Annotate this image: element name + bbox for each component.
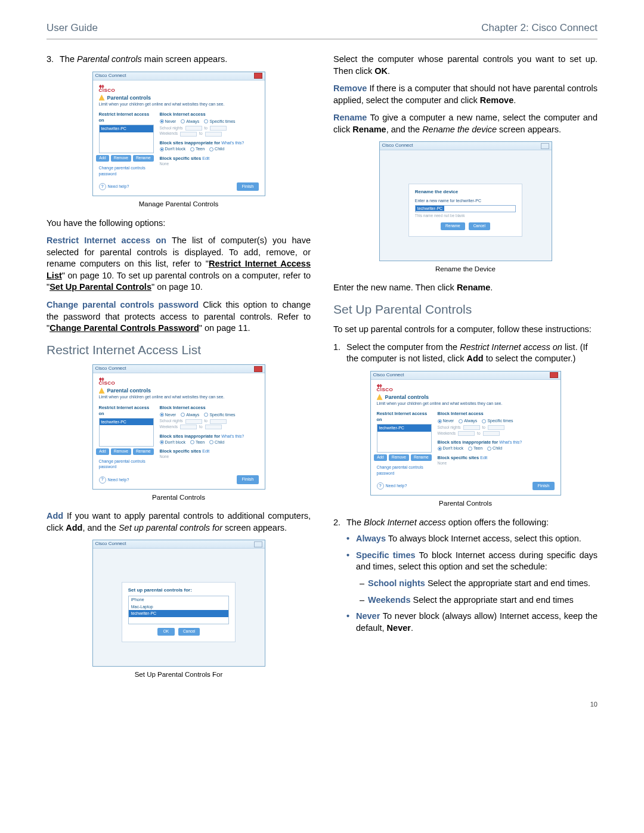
step-3: 3. The Parental controls main screen app… bbox=[47, 54, 311, 66]
right-column: Select the computer whose parental contr… bbox=[333, 54, 597, 688]
close-icon[interactable] bbox=[254, 541, 262, 547]
add-button[interactable]: Add bbox=[96, 448, 109, 455]
figure-setup-for: Cisco Connect Set up parental controls f… bbox=[92, 540, 265, 667]
figure-parental-main: Cisco Connect ·ı|ı·ı|ı· CISCO Parental c… bbox=[92, 72, 265, 197]
add-button[interactable]: Add bbox=[96, 155, 109, 162]
panel-heading: Parental controls bbox=[99, 94, 259, 101]
close-icon[interactable] bbox=[541, 143, 549, 149]
radio-never[interactable]: Never bbox=[160, 412, 177, 417]
cisco-logo: ·ı|ı·ı|ı·CISCO bbox=[99, 377, 259, 386]
radio-always[interactable]: Always bbox=[459, 418, 477, 423]
radio-never[interactable]: Never bbox=[160, 119, 177, 124]
warning-icon bbox=[99, 388, 105, 394]
radio-always[interactable]: Always bbox=[181, 412, 199, 417]
help-icon: ? bbox=[99, 183, 106, 190]
para-restrict: Restrict Internet access on The list of … bbox=[47, 235, 311, 293]
page-header: User Guide Chapter 2: Cisco Connect bbox=[47, 21, 597, 35]
list-item[interactable]: iPhone bbox=[129, 596, 229, 603]
rename-button[interactable]: Rename bbox=[133, 448, 154, 455]
computer-listbox[interactable]: techwriter-PC bbox=[99, 125, 154, 153]
radio-child[interactable]: Child bbox=[209, 146, 224, 151]
warning-icon bbox=[377, 394, 383, 400]
header-right: Chapter 2: Cisco Connect bbox=[481, 21, 597, 35]
remove-button[interactable]: Remove bbox=[111, 448, 131, 455]
device-listbox[interactable]: iPhone Mac-Laptop techwriter-PC bbox=[128, 596, 230, 624]
close-icon[interactable] bbox=[550, 372, 558, 378]
screenshot-parental-main: Cisco Connect ·ı|ı·ı|ı· CISCO Parental c… bbox=[92, 72, 265, 197]
radio-specific[interactable]: Specific times bbox=[204, 412, 235, 417]
cancel-button[interactable]: Cancel bbox=[469, 222, 490, 230]
finish-button[interactable]: Finish bbox=[237, 182, 258, 191]
time-select[interactable] bbox=[180, 132, 197, 137]
computer-listbox[interactable]: techwriter-PC bbox=[99, 418, 154, 447]
setup-intro: To set up parental controls for a comput… bbox=[333, 324, 597, 336]
warning-icon bbox=[99, 95, 105, 101]
link-setup-parental[interactable]: Set Up Parental Controls bbox=[49, 282, 151, 292]
time-select[interactable] bbox=[185, 126, 202, 131]
help-icon: ? bbox=[377, 482, 384, 490]
computer-listbox[interactable]: techwriter-PC bbox=[377, 424, 432, 453]
change-password-link[interactable]: Change parental controls password bbox=[99, 459, 154, 470]
close-icon[interactable] bbox=[254, 73, 262, 79]
section-setup-parental: Set Up Parental Controls bbox=[333, 301, 597, 318]
para-rename: Rename To give a computer a new name, se… bbox=[333, 112, 597, 135]
radio-always[interactable]: Always bbox=[181, 119, 199, 124]
figure-rename-device: Cisco Connect Rename the device Enter a … bbox=[379, 141, 552, 261]
radio-specific[interactable]: Specific times bbox=[204, 119, 235, 124]
remove-button[interactable]: Remove bbox=[389, 454, 409, 461]
change-password-link[interactable]: Change parental controls password bbox=[99, 165, 154, 176]
radio-never[interactable]: Never bbox=[438, 418, 454, 423]
figure-caption: Manage Parental Controls bbox=[47, 200, 311, 209]
radio-specific[interactable]: Specific times bbox=[482, 418, 513, 423]
remove-button[interactable]: Remove bbox=[111, 155, 131, 162]
name-input[interactable]: techwriter-PC bbox=[415, 205, 516, 212]
panel-subtitle: Limit when your children get online and … bbox=[99, 101, 259, 107]
edit-link[interactable]: Edit bbox=[202, 156, 209, 160]
ok-button[interactable]: OK bbox=[157, 628, 175, 636]
restrict-label: Restrict Internet access on bbox=[99, 112, 154, 123]
bullet-specific: • Specific times To block Internet acces… bbox=[333, 550, 597, 573]
list-item[interactable]: techwriter-PC bbox=[129, 610, 229, 617]
figure-parental-controls-3: Cisco Connect ·ı|ı·ı|ı·CISCO Parental co… bbox=[370, 371, 561, 496]
screenshot-parental-2: Cisco Connect ·ı|ı·ı|ı·CISCO Parental co… bbox=[92, 364, 265, 490]
change-password-link[interactable]: Change parental controls password bbox=[377, 465, 432, 476]
link-change-password[interactable]: Change Parental Controls Password bbox=[49, 323, 199, 333]
add-button[interactable]: Add bbox=[374, 454, 387, 461]
para-add: Add If you want to apply parental contro… bbox=[47, 510, 311, 534]
rename-button[interactable]: Rename bbox=[133, 155, 154, 162]
finish-button[interactable]: Finish bbox=[237, 475, 258, 484]
screenshot-rename: Cisco Connect Rename the device Enter a … bbox=[379, 141, 552, 261]
list-item[interactable]: Mac-Laptop bbox=[129, 603, 229, 610]
figure-caption: Rename the Device bbox=[333, 265, 597, 274]
list-item[interactable]: techwriter-PC bbox=[100, 125, 153, 132]
finish-button[interactable]: Finish bbox=[532, 482, 554, 490]
close-icon[interactable] bbox=[254, 366, 262, 372]
para-remove: Remove If there is a computer that shoul… bbox=[333, 83, 597, 106]
time-select[interactable] bbox=[210, 126, 227, 131]
screenshot-parental-3: Cisco Connect ·ı|ı·ı|ı·CISCO Parental co… bbox=[370, 371, 561, 496]
rename-button[interactable]: Rename bbox=[441, 222, 465, 230]
cisco-logo: ·ı|ı·ı|ı·CISCO bbox=[377, 383, 555, 392]
para-select-computer: Select the computer whose parental contr… bbox=[333, 54, 597, 77]
time-select[interactable] bbox=[205, 132, 222, 137]
cancel-button[interactable]: Cancel bbox=[178, 628, 200, 636]
help-link[interactable]: ?Need help? bbox=[99, 183, 129, 190]
dialog-title: Set up parental controls for: bbox=[128, 587, 230, 594]
help-icon: ? bbox=[99, 476, 106, 484]
bullet-always: • Always To always block Internet access… bbox=[333, 533, 597, 545]
radio-dont-block[interactable]: Don't block bbox=[160, 146, 185, 151]
page-number: 10 bbox=[47, 700, 597, 709]
cisco-logo: ·ı|ı·ı|ı· CISCO bbox=[99, 84, 259, 93]
whats-this-link[interactable]: What's this? bbox=[221, 141, 244, 145]
radio-teen[interactable]: Teen bbox=[190, 146, 205, 151]
dash-school: – School nights Select the appropriate s… bbox=[333, 578, 597, 590]
rename-button[interactable]: Rename bbox=[411, 454, 432, 461]
dash-weekends: – Weekends Select the appropriate start … bbox=[333, 594, 597, 606]
options-intro: You have the following options: bbox=[47, 218, 311, 230]
help-link[interactable]: ?Need help? bbox=[99, 476, 129, 484]
bullet-never: • Never To never block (always allow) In… bbox=[333, 611, 597, 634]
list-item[interactable]: techwriter-PC bbox=[100, 419, 153, 425]
para-change-password: Change parental controls password Click … bbox=[47, 299, 311, 335]
help-link[interactable]: ?Need help? bbox=[377, 482, 407, 490]
list-item[interactable]: techwriter-PC bbox=[377, 425, 431, 431]
